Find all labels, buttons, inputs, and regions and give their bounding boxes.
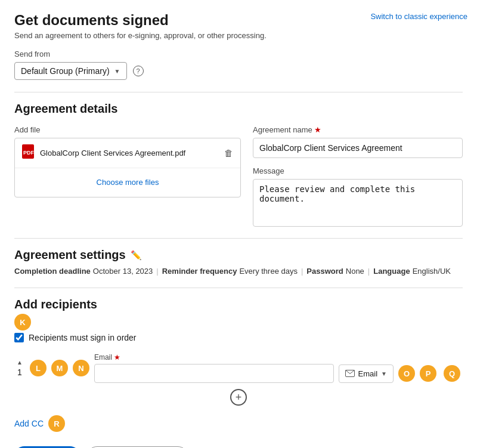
badge-m: M [51, 360, 68, 376]
add-cc-row: Add CC R [14, 415, 463, 432]
email-field-label: Email ★ [94, 353, 334, 362]
role-dropdown[interactable]: Email ▼ [339, 364, 394, 383]
section-divider-2 [14, 238, 463, 239]
send-from-dropdown[interactable]: Default Group (Primary) ▼ [14, 62, 127, 80]
sign-in-order-checkbox[interactable] [14, 333, 24, 342]
add-recipient-row: + [14, 389, 463, 406]
sep-1: | [156, 267, 158, 276]
email-required-star: ★ [114, 353, 120, 362]
password-label: Password [306, 267, 343, 276]
email-field-group: Email ★ [94, 353, 334, 383]
agreement-details-title: Agreement details [14, 102, 463, 116]
choose-more-files-button[interactable]: Choose more files [15, 168, 240, 196]
order-controls: ▲ 1 [14, 359, 25, 377]
sep-3: | [368, 267, 370, 276]
badge-l: L [30, 360, 47, 376]
bottom-buttons: Send now Preview & add fields [14, 444, 463, 448]
agreement-details-grid: Add file PDF GlobalCorp Client Services … [14, 125, 463, 228]
role-label: Email [358, 369, 378, 378]
send-from-value: Default Group (Primary) [21, 66, 110, 76]
page-subtitle: Send an agreement to others for e-signin… [14, 31, 463, 40]
required-star: ★ [314, 125, 321, 134]
svg-text:PDF: PDF [23, 150, 34, 156]
email-input[interactable] [94, 364, 334, 383]
badge-p: P [420, 365, 436, 382]
delete-recipient-button[interactable]: Q [441, 363, 463, 384]
switch-classic-link[interactable]: Switch to classic experience [370, 12, 467, 21]
send-from-label: Send from [14, 50, 463, 58]
send-from-row: Default Group (Primary) ▼ ? [14, 62, 463, 80]
add-recipient-button[interactable]: + [230, 389, 247, 406]
completion-deadline-value: October 13, 2023 [93, 267, 153, 276]
add-recipients-title: Add recipients [14, 298, 463, 311]
message-label: Message [253, 166, 463, 175]
completion-deadline-label: Completion deadline [14, 267, 91, 276]
badge-r: R [48, 415, 65, 432]
language-label: Language [373, 267, 410, 276]
password-value: None [346, 267, 364, 276]
add-cc-link[interactable]: Add CC [14, 419, 44, 428]
agreement-settings-header: Agreement settings ✏️ [14, 248, 463, 262]
language-value: English/UK [413, 267, 451, 276]
order-up-button[interactable]: ▲ [14, 359, 25, 366]
recipient-row-1: ▲ 1 L M N Email ★ Email ▼ O P Q [14, 352, 463, 384]
sep-2: | [301, 267, 303, 276]
main-container: Switch to classic experience Get documen… [0, 0, 477, 448]
chevron-down-icon: ▼ [114, 68, 120, 75]
settings-meta: Completion deadline October 13, 2023 | R… [14, 267, 463, 276]
badge-k: K [14, 314, 31, 330]
delete-file-icon[interactable]: 🗑 [224, 148, 233, 158]
reminder-frequency-label: Reminder frequency [162, 267, 237, 276]
file-column: Add file PDF GlobalCorp Client Services … [14, 125, 241, 228]
agreement-settings-title: Agreement settings [14, 248, 126, 262]
section-divider-1 [14, 92, 463, 92]
badge-o: O [398, 365, 415, 382]
pdf-icon: PDF [22, 144, 34, 162]
email-role-icon [345, 370, 355, 377]
file-box: PDF GlobalCorp Client Services Agreement… [14, 138, 241, 197]
agreement-name-message-column: Agreement name ★ Message Please review a… [253, 125, 463, 228]
message-textarea[interactable]: Please review and complete this document… [253, 179, 463, 227]
order-number: 1 [15, 367, 24, 377]
role-arrow-icon: ▼ [381, 370, 387, 377]
info-icon[interactable]: ? [133, 66, 144, 76]
file-item: PDF GlobalCorp Client Services Agreement… [15, 138, 240, 168]
agreement-name-input[interactable] [253, 138, 463, 158]
add-file-label: Add file [14, 125, 241, 134]
edit-settings-icon[interactable]: ✏️ [131, 250, 142, 261]
sign-in-order-row: Recipients must sign in order [14, 333, 463, 342]
agreement-name-label: Agreement name ★ [253, 125, 463, 134]
badge-q: Q [444, 365, 460, 382]
reminder-frequency-value: Every three days [239, 267, 298, 276]
file-name: GlobalCorp Client Services Agreement.pdf [40, 149, 218, 157]
sign-in-order-label: Recipients must sign in order [29, 333, 137, 342]
badge-n: N [73, 360, 89, 376]
section-divider-3 [14, 288, 463, 288]
